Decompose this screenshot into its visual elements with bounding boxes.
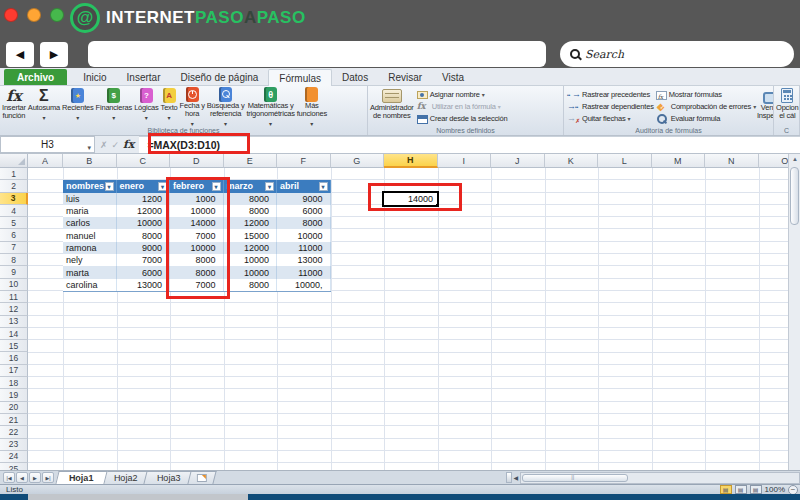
row-header-16[interactable]: 16 [0, 352, 28, 364]
button-financieras[interactable]: Financieras [95, 87, 134, 126]
cell[interactable]: 8000 [117, 229, 171, 241]
cell[interactable]: maria [63, 205, 117, 217]
cell[interactable]: 10000 [277, 229, 331, 241]
cell[interactable]: 13000 [117, 279, 171, 291]
tab-archivo[interactable]: Archivo [4, 69, 67, 85]
cell[interactable]: carolina [63, 279, 117, 291]
select-all-corner[interactable] [0, 154, 28, 168]
cell[interactable]: 8000 [277, 217, 331, 229]
cell[interactable]: nely [63, 254, 117, 266]
tab-inicio[interactable]: Inicio [73, 69, 116, 85]
last-sheet-button[interactable] [42, 472, 54, 483]
tab-diseno-de-pagina[interactable]: Diseño de página [171, 69, 269, 85]
cell[interactable]: 1200 [117, 193, 171, 205]
button-asignar-nombre[interactable]: Asignar nombre [417, 89, 508, 100]
button-fecha-y-hora[interactable]: Fecha yhora [179, 87, 206, 126]
row-header-11[interactable]: 11 [0, 291, 28, 303]
sheet-tab-hoja3[interactable]: Hoja3 [143, 471, 194, 484]
button-rastrear-dependientes[interactable]: Rastrear dependientes [567, 101, 654, 112]
table-header-marzo[interactable]: marzo [224, 180, 278, 192]
address-bar[interactable] [88, 41, 546, 67]
page-layout-view-button[interactable] [735, 485, 747, 494]
button-opcion-el-cal[interactable]: Opcionel cál [775, 87, 800, 126]
normal-view-button[interactable] [720, 485, 732, 494]
button-ventana-inspeccion[interactable]: VentanaInspección [756, 87, 774, 126]
cell[interactable]: 12000 [117, 205, 171, 217]
cell[interactable]: carlos [63, 217, 117, 229]
fullscreen-traffic-light[interactable] [50, 8, 64, 22]
row-header-13[interactable]: 13 [0, 316, 28, 328]
vertical-scrollbar[interactable] [788, 154, 800, 470]
column-header-b[interactable]: B [63, 154, 117, 168]
tab-split-handle[interactable] [506, 472, 512, 483]
cell[interactable]: 10000 [224, 254, 278, 266]
cell[interactable]: marta [63, 266, 117, 278]
row-header-12[interactable]: 12 [0, 303, 28, 315]
row-header-10[interactable]: 10 [0, 279, 28, 291]
horizontal-scrollbar[interactable] [520, 472, 800, 484]
column-header-a[interactable]: A [28, 154, 63, 168]
button-insertar-funcion[interactable]: Insertarfunción [1, 87, 27, 126]
cell[interactable]: 1000 [170, 193, 224, 205]
row-header-24[interactable]: 24 [0, 451, 28, 463]
enter-icon[interactable]: ✓ [112, 140, 120, 150]
cell[interactable]: 8000 [224, 193, 278, 205]
column-header-m[interactable]: M [652, 154, 706, 168]
button-administrador-de-nombres[interactable]: Administradorde nombres [369, 87, 415, 126]
row-header-23[interactable]: 23 [0, 439, 28, 451]
cell[interactable]: 10000 [224, 266, 278, 278]
filter-dropdown-icon[interactable] [105, 182, 114, 191]
insert-function-icon[interactable]: fx [123, 138, 134, 151]
page-break-view-button[interactable] [750, 485, 762, 494]
cell[interactable]: luis [63, 193, 117, 205]
button-evaluar-formula[interactable]: Evaluar fórmula [656, 113, 756, 124]
tab-formulas[interactable]: Fórmulas [268, 69, 332, 86]
cell[interactable]: 9000 [277, 193, 331, 205]
name-box[interactable]: H3 [0, 136, 95, 153]
column-header-j[interactable]: J [491, 154, 545, 168]
button-comprobacion-de-errores[interactable]: Comprobación de errores [656, 101, 756, 112]
tab-datos[interactable]: Datos [332, 69, 378, 85]
filter-dropdown-icon[interactable] [212, 182, 221, 191]
row-header-7[interactable]: 7 [0, 242, 28, 254]
row-header-17[interactable]: 17 [0, 365, 28, 377]
formula-input[interactable]: =MAX(D3:D10) [139, 136, 800, 153]
row-header-4[interactable]: 4 [0, 205, 28, 217]
insert-sheet-tab[interactable] [187, 471, 216, 484]
cell[interactable]: 10000 [170, 242, 224, 254]
cell[interactable]: 7000 [117, 254, 171, 266]
tab-vista[interactable]: Vista [432, 69, 474, 85]
tab-insertar[interactable]: Insertar [117, 69, 171, 85]
column-header-l[interactable]: L [598, 154, 652, 168]
search-box[interactable]: Search [560, 41, 794, 67]
next-sheet-button[interactable] [29, 472, 41, 483]
cell[interactable]: ramona [63, 242, 117, 254]
button-texto[interactable]: Texto [160, 87, 179, 126]
cell[interactable]: 9000 [117, 242, 171, 254]
minimize-traffic-light[interactable] [27, 8, 41, 22]
cancel-icon[interactable]: ✗ [100, 140, 108, 150]
row-header-15[interactable]: 15 [0, 340, 28, 352]
prev-sheet-button[interactable] [16, 472, 28, 483]
button-quitar-flechas[interactable]: Quitar flechas [567, 113, 654, 124]
row-header-21[interactable]: 21 [0, 414, 28, 426]
button-mas-funciones[interactable]: Másfunciones [296, 87, 328, 126]
scroll-left-icon[interactable] [514, 474, 519, 481]
column-header-k[interactable]: K [545, 154, 599, 168]
row-header-20[interactable]: 20 [0, 402, 28, 414]
column-header-d[interactable]: D [170, 154, 224, 168]
name-box-dropdown-icon[interactable] [87, 141, 91, 152]
row-header-22[interactable]: 22 [0, 426, 28, 438]
cell[interactable]: 6000 [277, 205, 331, 217]
table-header-nombres[interactable]: nombres [63, 180, 117, 192]
cell[interactable]: 11000 [277, 242, 331, 254]
table-header-abril[interactable]: abril [277, 180, 331, 192]
column-header-f[interactable]: F [277, 154, 331, 168]
selected-cell-h3[interactable]: 14000 [382, 191, 439, 208]
cell[interactable]: manuel [63, 229, 117, 241]
first-sheet-button[interactable] [3, 472, 15, 483]
button-rastrear-precedentes[interactable]: Rastrear precedentes [567, 89, 654, 100]
cell[interactable]: 14000 [170, 217, 224, 229]
tab-revisar[interactable]: Revisar [378, 69, 432, 85]
cell[interactable]: 8000 [224, 205, 278, 217]
